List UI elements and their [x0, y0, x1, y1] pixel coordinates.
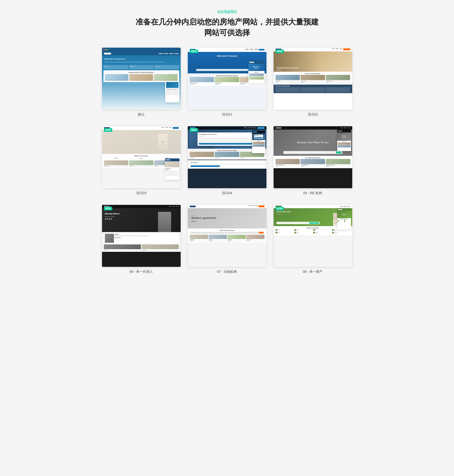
- card-label-single-property: 08 - 单一财产: [303, 270, 323, 274]
- header-title: 准备在几分钟内启动您的房地产网站，并提供大量预建 网站可供选择: [136, 17, 319, 38]
- badge-new-demo03: NEW: [104, 128, 112, 132]
- card-demo03[interactable]: NEW LivingRoom: [102, 126, 181, 195]
- card-demo01[interactable]: NEW Welcome To Houzez: [188, 48, 266, 117]
- card-single-property[interactable]: NEW: [274, 205, 352, 274]
- card-label-re-agency: 05 - RE 机构: [303, 191, 322, 195]
- card-demo02[interactable]: NEW Contemporary apartment: [274, 48, 352, 117]
- card-label-default: 默认: [138, 112, 145, 117]
- card-default[interactable]: Welcome to Houzez 2.0 Packed with 30+ ne…: [102, 48, 181, 117]
- card-re-agency[interactable]: Discover Your Place To Live Our Featured…: [274, 126, 352, 195]
- page-header: 包括预建网站 准备在几分钟内启动您的房地产网站，并提供大量预建 网站可供选择: [136, 9, 319, 38]
- header-title-line1: 准备在几分钟内启动您的房地产网站，并提供大量预建: [136, 18, 319, 26]
- badge-new-property: NEW: [275, 207, 284, 210]
- header-tag: 包括预建网站: [136, 9, 319, 14]
- card-label-demo04: 演示04: [222, 191, 232, 195]
- header-title-line2: 网站可供选择: [204, 28, 250, 37]
- card-single-agent[interactable]: NEW Marting Moore Real Estate Agent: [102, 205, 181, 274]
- card-demo04[interactable]: NEW Lead Capture Custom Forms Get In Tou…: [188, 126, 266, 195]
- demos-grid: Welcome to Houzez 2.0 Packed with 30+ ne…: [102, 48, 352, 274]
- badge-new-demo01: NEW: [190, 50, 198, 53]
- badge-new-demo02: NEW: [275, 50, 284, 53]
- card-label-demo01: 演示01: [222, 112, 232, 117]
- card-label-local-agency: 07 - 当地机构: [217, 270, 237, 274]
- card-label-single-agent: 06 - 单一代理人: [129, 270, 153, 274]
- card-label-demo03: 演示03: [136, 191, 147, 195]
- card-label-demo02: 演示02: [308, 112, 318, 117]
- card-local-agency[interactable]: Property Modern apartment $88,000 Find Y…: [188, 205, 266, 274]
- badge-new-demo04: NEW: [190, 128, 198, 132]
- badge-new-agent: NEW: [104, 207, 112, 210]
